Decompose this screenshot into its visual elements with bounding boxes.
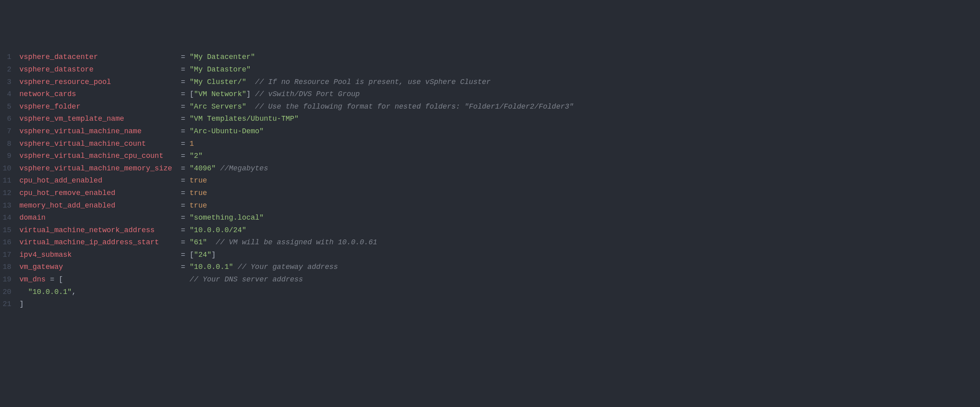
token-sp: [63, 275, 189, 283]
line-number: 10: [0, 162, 19, 175]
code-line[interactable]: 17ipv4_submask = ["24"]: [0, 249, 980, 261]
token-punct: [: [59, 275, 63, 283]
token-sp: [116, 201, 181, 210]
token-sp: [246, 78, 255, 86]
code-content[interactable]: ipv4_submask = ["24"]: [19, 249, 980, 261]
token-var: cpu_hot_remove_enabled: [19, 189, 116, 197]
code-content[interactable]: network_cards = ["VM Network"] // vSwith…: [19, 88, 980, 101]
token-var: memory_hot_add_enabled: [19, 201, 116, 210]
token-var: virtual_machine_network_address: [19, 226, 155, 234]
code-line[interactable]: 16virtual_machine_ip_address_start = "61…: [0, 236, 980, 249]
line-number: 19: [0, 273, 19, 286]
token-punct: ]: [19, 300, 24, 308]
token-var: vsphere_folder: [19, 103, 80, 111]
token-bool: true: [189, 201, 207, 210]
code-line[interactable]: 13memory_hot_add_enabled = true: [0, 199, 980, 212]
token-punct: ]: [211, 251, 216, 259]
token-op: =: [181, 127, 190, 135]
token-op: =: [181, 90, 190, 98]
token-var: vm_dns: [19, 275, 46, 283]
token-sp: [246, 103, 255, 111]
token-op: =: [181, 251, 190, 259]
code-content[interactable]: virtual_machine_network_address = "10.0.…: [19, 224, 980, 237]
code-line[interactable]: 10vsphere_virtual_machine_memory_size = …: [0, 162, 980, 175]
code-content[interactable]: vsphere_virtual_machine_memory_size = "4…: [19, 162, 980, 175]
code-line[interactable]: 21]: [0, 298, 980, 310]
code-line[interactable]: 15virtual_machine_network_address = "10.…: [0, 224, 980, 237]
code-line[interactable]: 6vsphere_vm_template_name = "VM Template…: [0, 113, 980, 125]
code-line[interactable]: 7vsphere_virtual_machine_name = "Arc-Ubu…: [0, 125, 980, 138]
token-str: "24": [194, 251, 211, 259]
token-op: =: [181, 115, 190, 123]
line-number: 17: [0, 249, 19, 261]
token-sp: [111, 78, 181, 86]
token-sp: [141, 127, 181, 135]
line-number: 11: [0, 174, 19, 187]
token-op: =: [181, 176, 190, 185]
token-var: vsphere_virtual_machine_count: [19, 140, 146, 148]
token-str: "Arc-Ubuntu-Demo": [189, 127, 264, 135]
code-content[interactable]: vsphere_virtual_machine_cpu_count = "2": [19, 150, 980, 162]
code-content[interactable]: vsphere_virtual_machine_name = "Arc-Ubun…: [19, 125, 980, 138]
token-sp: [155, 226, 181, 234]
token-str: "VM Templates/Ubuntu-TMP": [189, 115, 299, 123]
code-content[interactable]: vsphere_folder = "Arc Servers" // Use th…: [19, 101, 980, 113]
code-line[interactable]: 9vsphere_virtual_machine_cpu_count = "2": [0, 150, 980, 162]
code-content[interactable]: domain = "something.local": [19, 212, 980, 224]
code-line[interactable]: 19vm_dns = [ // Your DNS server address: [0, 273, 980, 286]
token-op: =: [181, 214, 190, 222]
token-sp: [19, 288, 28, 296]
line-number: 2: [0, 63, 19, 76]
code-line[interactable]: 20 "10.0.0.1",: [0, 286, 980, 298]
line-number: 4: [0, 88, 19, 101]
token-var: ipv4_submask: [19, 251, 72, 259]
token-op: =: [181, 140, 190, 148]
code-content[interactable]: vsphere_vm_template_name = "VM Templates…: [19, 113, 980, 125]
token-str: "something.local": [189, 214, 264, 222]
code-line[interactable]: 1vsphere_datacenter = "My Datacenter": [0, 51, 980, 63]
code-content[interactable]: vsphere_virtual_machine_count = 1: [19, 138, 980, 150]
token-sp: [124, 115, 181, 123]
token-str: "My Cluster/": [189, 78, 246, 86]
code-line[interactable]: 18vm_gateway = "10.0.0.1" // Your gatewa…: [0, 261, 980, 273]
code-line[interactable]: 14domain = "something.local": [0, 212, 980, 224]
code-editor[interactable]: 1vsphere_datacenter = "My Datacenter"2vs…: [0, 51, 980, 310]
token-sp: [102, 176, 181, 185]
code-line[interactable]: 12cpu_hot_remove_enabled = true: [0, 187, 980, 199]
code-line[interactable]: 11cpu_hot_add_enabled = true: [0, 174, 980, 187]
line-number: 20: [0, 286, 19, 298]
token-sp: [98, 53, 181, 61]
token-sp: [233, 263, 238, 271]
token-punct: ]: [246, 90, 251, 98]
token-op: =: [181, 78, 190, 86]
code-line[interactable]: 4network_cards = ["VM Network"] // vSwit…: [0, 88, 980, 101]
code-content[interactable]: vm_gateway = "10.0.0.1" // Your gateway …: [19, 261, 980, 273]
token-comment: // VM will be assigned with 10.0.0.61: [216, 238, 377, 246]
code-content[interactable]: vsphere_resource_pool = "My Cluster/" //…: [19, 76, 980, 88]
code-line[interactable]: 8vsphere_virtual_machine_count = 1: [0, 138, 980, 150]
code-content[interactable]: vm_dns = [ // Your DNS server address: [19, 273, 980, 286]
code-content[interactable]: virtual_machine_ip_address_start = "61" …: [19, 236, 980, 249]
token-str: "10.0.0.1": [189, 263, 233, 271]
line-number: 8: [0, 138, 19, 150]
code-content[interactable]: vsphere_datastore = "My Datastore": [19, 63, 980, 76]
line-number: 16: [0, 236, 19, 249]
token-punct: [: [189, 251, 194, 259]
token-var: vsphere_datastore: [19, 65, 94, 73]
code-content[interactable]: "10.0.0.1",: [19, 286, 980, 298]
token-op: =: [50, 275, 59, 283]
code-content[interactable]: ]: [19, 298, 980, 310]
code-content[interactable]: cpu_hot_remove_enabled = true: [19, 187, 980, 199]
code-line[interactable]: 2vsphere_datastore = "My Datastore": [0, 63, 980, 76]
code-content[interactable]: cpu_hot_add_enabled = true: [19, 174, 980, 187]
code-content[interactable]: memory_hot_add_enabled = true: [19, 199, 980, 212]
token-var: vsphere_virtual_machine_memory_size: [19, 164, 172, 172]
token-op: =: [181, 65, 190, 73]
token-var: vsphere_virtual_machine_name: [19, 127, 141, 135]
code-content[interactable]: vsphere_datacenter = "My Datacenter": [19, 51, 980, 63]
token-str: "61": [189, 238, 207, 246]
code-line[interactable]: 3vsphere_resource_pool = "My Cluster/" /…: [0, 76, 980, 88]
token-op: =: [181, 226, 190, 234]
code-line[interactable]: 5vsphere_folder = "Arc Servers" // Use t…: [0, 101, 980, 113]
token-comment: // Use the following format for nested f…: [255, 103, 574, 111]
